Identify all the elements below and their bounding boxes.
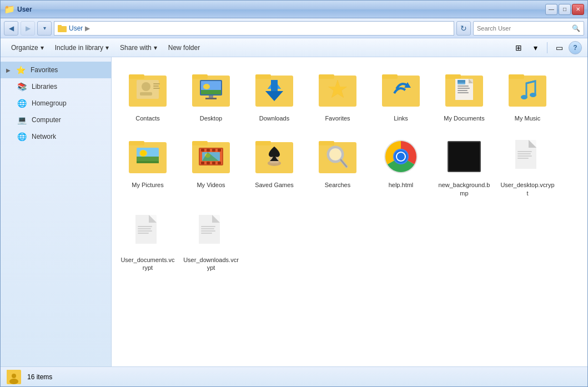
share-with-button[interactable]: Share with ▾ — [115, 41, 162, 55]
svg-point-46 — [530, 93, 536, 97]
file-item-helphtml[interactable]: help.html — [370, 129, 431, 202]
address-path[interactable]: User ▶ — [54, 21, 454, 36]
sidebar-item-network[interactable]: 🌐 Network — [1, 128, 111, 145]
help-button[interactable]: ? — [569, 41, 582, 54]
svg-rect-11 — [192, 74, 208, 79]
downloads-icon — [252, 68, 296, 112]
svg-rect-90 — [449, 142, 480, 171]
svg-rect-38 — [458, 88, 470, 89]
svg-point-45 — [521, 95, 527, 99]
status-icon — [6, 369, 22, 385]
svg-rect-40 — [458, 92, 469, 93]
file-item-myvideos[interactable]: My Videos — [180, 129, 242, 202]
svg-point-87 — [397, 153, 405, 160]
path-chevron: ▶ — [85, 24, 90, 32]
file-item-userdownloads[interactable]: User_downloads.vcrypt — [180, 204, 242, 277]
svg-rect-3 — [129, 74, 144, 79]
svg-rect-112 — [201, 233, 212, 234]
file-item-userdocs[interactable]: User_documents.vcrypt — [117, 204, 178, 277]
maximize-button[interactable]: □ — [559, 4, 571, 15]
svg-rect-103 — [138, 228, 151, 229]
svg-point-5 — [142, 82, 150, 91]
svg-rect-9 — [153, 88, 160, 89]
svg-rect-97 — [517, 155, 532, 157]
svg-rect-104 — [138, 230, 152, 232]
file-item-savedgames[interactable]: Saved Games — [244, 129, 305, 202]
favorites-icon: ⭐ — [15, 64, 26, 76]
file-item-mymusic[interactable]: My Music — [497, 63, 558, 127]
favorites-folder-label: Favorites — [325, 114, 350, 122]
file-item-newbg[interactable]: new_background.bmp — [434, 129, 495, 202]
svg-rect-43 — [509, 76, 546, 107]
svg-rect-102 — [138, 226, 152, 227]
downloads-label: Downloads — [259, 114, 289, 122]
window-title: User — [17, 6, 32, 13]
svg-rect-1 — [58, 25, 62, 27]
svg-rect-14 — [201, 90, 221, 94]
toolbar-separator — [547, 42, 547, 53]
sidebar-item-homegroup[interactable]: 🌐 Homegroup — [1, 95, 111, 112]
userdesktop-label: User_desktop.vcrypt — [500, 181, 555, 197]
svg-rect-7 — [153, 83, 160, 84]
contacts-label: Contacts — [135, 114, 159, 122]
folder-icon: 📁 — [4, 4, 15, 14]
view-icons-button[interactable]: ⊞ — [511, 41, 526, 55]
svg-rect-30 — [382, 74, 398, 79]
svg-rect-65 — [212, 162, 215, 164]
file-item-contacts[interactable]: Contacts — [117, 63, 178, 127]
svg-rect-17 — [205, 98, 217, 99]
svg-rect-42 — [458, 80, 465, 83]
file-item-mypictures[interactable]: My Pictures — [117, 129, 178, 202]
dropdown-button[interactable]: ▾ — [37, 21, 52, 36]
file-item-downloads[interactable]: Downloads — [244, 63, 305, 127]
svg-rect-109 — [201, 226, 215, 227]
svg-rect-19 — [255, 74, 271, 79]
file-item-mydocuments[interactable]: My Documents — [434, 63, 495, 127]
sidebar-item-favorites[interactable]: ▶ ⭐ Favorites — [1, 62, 111, 78]
address-bar: ◀ ▶ ▾ User ▶ ↻ 🔍 — [1, 18, 587, 38]
searches-label: Searches — [325, 181, 350, 189]
file-explorer-window: 📁 User — □ ✕ ◀ ▶ ▾ User ▶ ↻ 🔍 Organize — [0, 0, 588, 387]
new-folder-button[interactable]: New folder — [163, 41, 205, 55]
minimize-button[interactable]: — — [545, 4, 557, 15]
userdesktop-icon — [505, 134, 550, 179]
userdocs-icon — [125, 209, 170, 254]
computer-label: Computer — [32, 116, 61, 124]
svg-rect-44 — [509, 74, 524, 79]
organize-button[interactable]: Organize ▾ — [6, 41, 49, 55]
search-box[interactable]: 🔍 — [473, 21, 584, 36]
svg-rect-72 — [255, 141, 271, 145]
preview-pane-button[interactable]: ▭ — [552, 41, 566, 55]
svg-rect-49 — [129, 141, 144, 145]
file-item-favorites[interactable]: Favorites — [307, 63, 368, 127]
file-item-desktop[interactable]: Desktop — [180, 63, 242, 127]
svg-rect-105 — [138, 233, 149, 234]
sidebar-item-computer[interactable]: 💻 Computer — [1, 112, 111, 128]
refresh-button[interactable]: ↻ — [456, 21, 471, 36]
view-dropdown-button[interactable]: ▾ — [528, 41, 542, 55]
links-label: Links — [394, 114, 408, 122]
svg-rect-8 — [153, 86, 159, 87]
search-input[interactable] — [477, 25, 570, 32]
svg-rect-16 — [209, 96, 213, 98]
file-item-searches[interactable]: Searches — [307, 129, 368, 202]
favorites-label: Favorites — [31, 66, 58, 74]
file-item-userdesktop[interactable]: User_desktop.vcrypt — [497, 129, 558, 202]
savedgames-icon — [252, 134, 296, 179]
toolbar-right: ⊞ ▾ ▭ ? — [511, 41, 582, 55]
searches-icon — [315, 134, 360, 179]
file-item-links[interactable]: Links — [370, 63, 431, 127]
svg-rect-96 — [517, 153, 531, 154]
forward-button[interactable]: ▶ — [21, 21, 35, 36]
sidebar-item-libraries[interactable]: 📚 Libraries — [1, 78, 111, 95]
svg-rect-60 — [207, 149, 210, 152]
mydocuments-icon — [442, 68, 486, 112]
back-button[interactable]: ◀ — [4, 21, 18, 36]
svg-point-54 — [140, 150, 146, 156]
mymusic-label: My Music — [515, 114, 540, 122]
svg-rect-59 — [201, 149, 204, 152]
title-bar: 📁 User — □ ✕ — [1, 1, 587, 18]
close-button[interactable]: ✕ — [572, 4, 584, 15]
include-library-button[interactable]: Include in library ▾ — [50, 41, 114, 55]
svg-rect-62 — [218, 149, 221, 152]
